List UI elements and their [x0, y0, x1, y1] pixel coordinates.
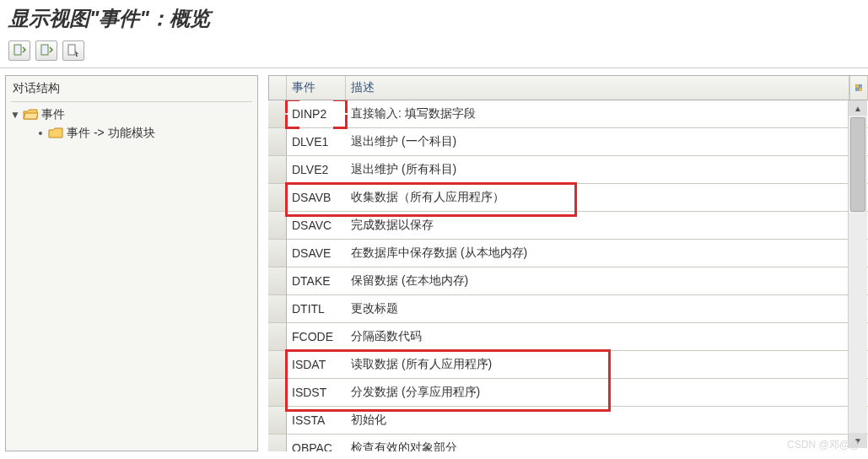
svg-rect-6: [860, 89, 862, 91]
svg-rect-1: [41, 45, 48, 55]
cell-event: ISSTA: [287, 407, 346, 435]
cell-event: DTITL: [287, 295, 346, 323]
row-selector[interactable]: [268, 323, 287, 351]
folder-open-icon: [23, 109, 38, 121]
tree-node-root[interactable]: ▼ 事件: [11, 105, 252, 124]
column-config-button[interactable]: [849, 76, 868, 100]
scrollbar-thumb[interactable]: [850, 117, 865, 212]
cell-desc: 初始化: [346, 407, 868, 435]
table-row[interactable]: DSAVE在数据库中保存数据 (从本地内存): [268, 240, 868, 267]
row-selector[interactable]: [268, 407, 287, 435]
table-row[interactable]: OBPAC检查有效的对象部分: [268, 435, 868, 451]
svg-rect-5: [856, 89, 859, 91]
highlight-corner-icon: [285, 115, 299, 129]
toolbar-btn-2[interactable]: [35, 40, 57, 61]
table-row[interactable]: DLVE1退出维护 (一个科目): [268, 128, 868, 156]
table-row[interactable]: ISSTA初始化: [268, 407, 868, 435]
cell-event: DSAVE: [287, 240, 346, 267]
row-selector[interactable]: [268, 100, 287, 128]
toolbar: [0, 39, 868, 68]
cell-event: DTAKE: [287, 267, 346, 295]
table-row[interactable]: ISDST分发数据 (分享应用程序): [268, 379, 868, 407]
row-selector[interactable]: [268, 267, 287, 295]
table-header-row: 事件 描述: [268, 75, 868, 100]
document-arrow-icon: [12, 43, 27, 58]
row-selector[interactable]: [268, 379, 287, 407]
toolbar-btn-1[interactable]: [8, 40, 30, 61]
table-row[interactable]: DTAKE保留数据 (在本地内存): [268, 267, 868, 295]
tree-node-label: 事件: [41, 107, 65, 122]
folder-icon: [48, 127, 63, 139]
svg-rect-4: [860, 85, 862, 88]
svg-rect-2: [68, 45, 75, 55]
column-header-selector[interactable]: [268, 76, 287, 100]
cell-desc: 读取数据 (所有人应用程序): [346, 351, 868, 379]
cell-desc: 收集数据（所有人应用程序）: [346, 184, 868, 212]
document-cursor-icon: [66, 43, 81, 58]
highlight-corner-icon: [285, 100, 299, 113]
scroll-down-button[interactable]: ▼: [849, 433, 867, 448]
tree: ▼ 事件 • 事件 -> 功能模块: [11, 105, 252, 143]
vertical-scrollbar[interactable]: ▲ ▼: [848, 100, 867, 448]
scroll-up-button[interactable]: ▲: [849, 100, 867, 116]
toolbar-btn-3[interactable]: [62, 40, 84, 61]
cell-desc: 完成数据以保存: [346, 212, 868, 240]
tree-node-label: 事件 -> 功能模块: [67, 126, 155, 141]
cell-desc: 分发数据 (分享应用程序): [346, 379, 868, 407]
table-row[interactable]: DSAVB收集数据（所有人应用程序）: [268, 184, 868, 212]
table-row[interactable]: DLVE2退出维护 (所有科目): [268, 156, 868, 184]
cell-desc: 退出维护 (一个科目): [346, 128, 868, 156]
cell-event: ISDAT: [287, 351, 346, 379]
cell-event: DLVE1: [287, 128, 346, 156]
row-selector[interactable]: [268, 128, 287, 156]
cell-event: FCODE: [287, 323, 346, 351]
row-selector[interactable]: [268, 435, 287, 451]
cell-desc: 检查有效的对象部分: [346, 435, 868, 451]
row-selector[interactable]: [268, 212, 287, 240]
row-selector[interactable]: [268, 156, 287, 184]
column-header-desc[interactable]: 描述: [346, 76, 849, 100]
cell-event: ISDST: [287, 379, 346, 407]
cell-desc: 分隔函数代码: [346, 323, 868, 351]
bullet-icon: •: [36, 127, 45, 140]
cell-event: DSAVC: [287, 212, 346, 240]
tree-node-child[interactable]: • 事件 -> 功能模块: [11, 124, 252, 143]
page-title: 显示视图"事件"：概览: [0, 0, 868, 39]
row-selector[interactable]: [268, 184, 287, 212]
highlight-corner-icon: [333, 100, 348, 113]
column-header-event[interactable]: 事件: [287, 76, 346, 100]
table-row[interactable]: DTITL更改标题: [268, 295, 868, 323]
cell-desc: 保留数据 (在本地内存): [346, 267, 868, 295]
row-selector[interactable]: [268, 295, 287, 323]
cell-event: DSAVB: [287, 184, 346, 212]
cell-desc: 退出维护 (所有科目): [346, 156, 868, 184]
cell-event: DINP2: [287, 100, 346, 128]
document-arrow-icon: [39, 43, 54, 58]
table-settings-icon: [855, 82, 862, 94]
cell-event: DLVE2: [287, 156, 346, 184]
row-selector[interactable]: [268, 351, 287, 379]
svg-rect-3: [856, 85, 859, 88]
table-row[interactable]: ISDAT读取数据 (所有人应用程序): [268, 351, 868, 379]
svg-rect-0: [14, 45, 21, 55]
chevron-down-icon[interactable]: ▼: [11, 109, 19, 121]
table-row[interactable]: DSAVC完成数据以保存: [268, 212, 868, 240]
table-row[interactable]: FCODE分隔函数代码: [268, 323, 868, 351]
cell-event: OBPAC: [287, 435, 346, 451]
tree-header: 对话结构: [11, 79, 252, 102]
cell-desc: 直接输入: 填写数据字段: [346, 100, 868, 128]
row-selector[interactable]: [268, 240, 287, 267]
cell-desc: 在数据库中保存数据 (从本地内存): [346, 240, 868, 267]
highlight-corner-icon: [333, 115, 348, 129]
tree-panel: 对话结构 ▼ 事件 • 事件 -> 功能模块: [5, 75, 258, 451]
cell-desc: 更改标题: [346, 295, 868, 323]
table-body: DINP2直接输入: 填写数据字段DLVE1退出维护 (一个科目)DLVE2退出…: [268, 100, 868, 451]
table-panel: 事件 描述 DINP2直接输入: 填写数据字段DLVE1退出维护 (一个科目)D…: [268, 75, 868, 451]
table-row[interactable]: DINP2直接输入: 填写数据字段: [268, 100, 868, 128]
